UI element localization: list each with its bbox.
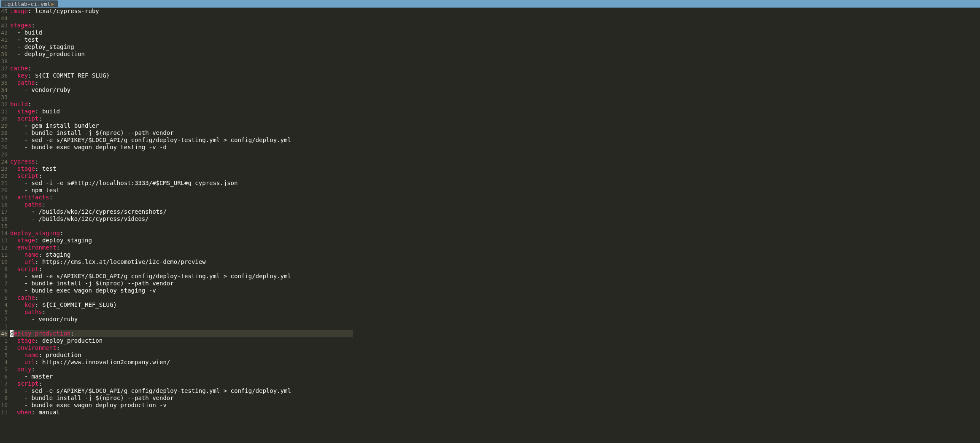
code-line[interactable]: - vendor/ruby [10,86,353,94]
code-line[interactable]: - deploy_production [10,51,353,58]
line-number: 5 [0,294,8,301]
line-number: 3 [0,309,8,316]
code-line[interactable]: - build [10,29,353,36]
line-number: 36 [0,72,8,79]
code-line[interactable]: paths: [10,79,353,86]
line-number: 39 [0,51,8,58]
code-line[interactable]: - deploy_staging [10,43,353,51]
code-line[interactable] [10,323,353,330]
line-number: 12 [0,244,8,251]
code-line[interactable]: - npm test [10,187,353,194]
code-line[interactable]: script: [10,172,353,180]
code-line[interactable]: image: lcxat/cypress-ruby [10,8,353,15]
line-number: 6 [0,373,8,380]
file-tab[interactable]: .gitlab-ci.yml ▶ [1,0,58,7]
line-number: 10 [0,402,8,409]
line-number: 20 [0,187,8,194]
line-number: 17 [0,208,8,215]
code-line[interactable]: url: https://www.innovation2company.wien… [10,359,353,366]
code-line[interactable]: - bundle exec wagon deploy staging -v [10,287,353,294]
code-line[interactable] [10,151,353,158]
code-line[interactable]: key: ${CI_COMMIT_REF_SLUG} [10,301,353,309]
line-number: 26 [0,144,8,151]
code-line[interactable]: script: [10,380,353,387]
tab-modified-indicator: ▶ [51,0,55,8]
code-line[interactable]: paths: [10,309,353,316]
tab-filename: .gitlab-ci.yml [4,0,51,8]
line-number: 16 [0,215,8,223]
code-line[interactable]: - /builds/wko/i2c/cypress/videos/ [10,215,353,223]
code-line[interactable]: - /builds/wko/i2c/cypress/screenshots/ [10,208,353,215]
code-line[interactable]: artifacts: [10,194,353,201]
line-number: 9 [0,266,8,273]
line-number: 22 [0,172,8,180]
line-number: 28 [0,129,8,137]
line-number: 11 [0,409,8,416]
code-line[interactable]: cache: [10,294,353,301]
code-line[interactable]: name: staging [10,251,353,258]
line-number: 9 [0,395,8,402]
code-line[interactable]: - sed -e s/APIKEY/$LOCO_API/g config/dep… [10,273,353,280]
editor-pane-right[interactable] [353,8,980,443]
code-line[interactable]: - vendor/ruby [10,316,353,323]
line-number: 35 [0,79,8,86]
line-number: 32 [0,101,8,108]
line-number: 10 [0,258,8,266]
line-number: 31 [0,108,8,115]
code-line[interactable]: stage: deploy_production [10,337,353,344]
code-area[interactable]: image: lcxat/cypress-ruby stages: - buil… [10,8,353,443]
line-number: 18 [0,201,8,208]
line-number: 1 [0,323,8,330]
code-line[interactable]: environment: [10,244,353,251]
code-line[interactable]: - bundle exec wagon deploy testing -v -d [10,144,353,151]
line-number: 7 [0,280,8,287]
code-line[interactable]: - bundle install -j $(nproc) --path vend… [10,129,353,137]
line-number: 29 [0,122,8,129]
code-line[interactable]: cache: [10,65,353,72]
code-line[interactable]: stages: [10,22,353,29]
line-number: 15 [0,223,8,230]
line-number: 14 [0,230,8,237]
code-line[interactable]: cypress: [10,158,353,165]
editor-pane-left[interactable]: 4544434241403938373635343332313029282726… [0,8,353,443]
code-line[interactable] [10,15,353,22]
code-line[interactable]: key: ${CI_COMMIT_REF_SLUG} [10,72,353,79]
line-number: 23 [0,165,8,172]
line-number: 38 [0,58,8,65]
code-line[interactable]: - sed -e s/APIKEY/$LOCO_API/g config/dep… [10,387,353,395]
line-number: 33 [0,94,8,101]
line-number: 42 [0,29,8,36]
code-line[interactable]: name: production [10,352,353,359]
line-number-gutter: 4544434241403938373635343332313029282726… [0,8,10,443]
line-number: 19 [0,194,8,201]
code-line[interactable]: - master [10,373,353,380]
code-line[interactable]: - bundle install -j $(nproc) --path vend… [10,395,353,402]
code-line[interactable]: - gem install bundler [10,122,353,129]
code-line[interactable]: - sed -i -e s#http://localhost:3333/#$CM… [10,180,353,187]
tab-bar: .gitlab-ci.yml ▶ [0,0,980,8]
code-line[interactable]: build: [10,101,353,108]
code-line[interactable] [10,223,353,230]
code-line[interactable]: when: manual [10,409,353,416]
code-line[interactable]: stage: build [10,108,353,115]
code-line[interactable]: - bundle install -j $(nproc) --path vend… [10,280,353,287]
code-line[interactable]: stage: deploy_staging [10,237,353,244]
code-line[interactable]: url: https://cms.lcx.at/locomotive/i2c-d… [10,258,353,266]
code-line[interactable]: - bundle exec wagon deploy production -v [10,402,353,409]
code-line[interactable]: stage: test [10,165,353,172]
code-line[interactable]: deploy_staging: [10,230,353,237]
code-line[interactable]: only: [10,366,353,373]
code-line[interactable]: environment: [10,344,353,352]
code-line[interactable]: - sed -e s/APIKEY/$LOCO_API/g config/dep… [10,137,353,144]
code-line[interactable]: script: [10,115,353,122]
line-number: 30 [0,115,8,122]
code-line[interactable]: paths: [10,201,353,208]
code-line[interactable]: - test [10,36,353,43]
code-line[interactable] [10,94,353,101]
line-number: 4 [0,359,8,366]
line-number: 41 [0,36,8,43]
line-number: 13 [0,237,8,244]
code-line[interactable] [10,58,353,65]
line-number: 8 [0,387,8,395]
code-line[interactable]: script: [10,266,353,273]
